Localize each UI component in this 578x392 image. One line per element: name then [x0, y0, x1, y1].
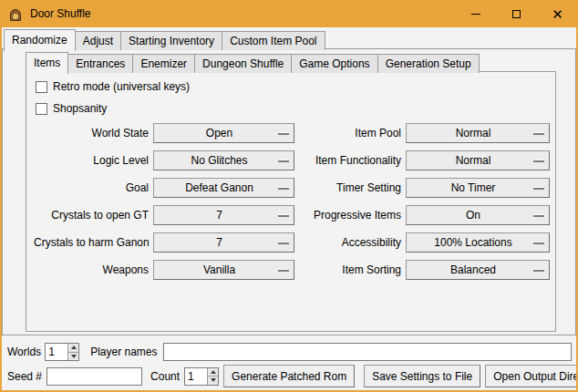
maximize-icon: [512, 10, 521, 18]
tab-starting-inventory[interactable]: Starting Inventory: [120, 31, 222, 50]
count-label: Count: [150, 370, 180, 383]
maximize-button[interactable]: [496, 0, 537, 27]
crystals-open-gt-value: 7: [216, 209, 232, 222]
timer-setting-dropdown[interactable]: No Timer: [406, 178, 550, 198]
spin-down-icon[interactable]: [208, 377, 218, 385]
seed-row: Seed # Count Generate Patched Rom Save S…: [7, 365, 573, 387]
tab-randomize[interactable]: Randomize: [4, 29, 76, 51]
worlds-spinbox[interactable]: [45, 343, 79, 361]
retro-mode-checkbox[interactable]: Retro mode (universal keys): [36, 79, 190, 94]
app-window: Door Shuffle ✕ Randomize Adjust Starting…: [0, 0, 578, 392]
world-state-value: Open: [206, 127, 242, 139]
item-sorting-label: Item Sorting: [299, 263, 401, 276]
app-icon[interactable]: [8, 6, 23, 21]
dropdown-indicator-icon: [278, 269, 289, 272]
progressive-items-label: Progressive Items: [299, 209, 401, 222]
dropdown-indicator-icon: [278, 132, 289, 135]
count-input[interactable]: [185, 368, 207, 385]
timer-setting-label: Timer Setting: [299, 181, 401, 194]
count-spinbox[interactable]: [184, 367, 219, 386]
tab-enemizer[interactable]: Enemizer: [132, 54, 195, 73]
spin-up-icon[interactable]: [208, 368, 218, 377]
inner-tab-bar: Items Entrances Enemizer Dungeon Shuffle…: [26, 52, 479, 73]
window-border: [0, 0, 2, 392]
dropdown-indicator-icon: [278, 242, 289, 244]
generate-patched-rom-button[interactable]: Generate Patched Rom: [223, 365, 355, 387]
weapons-value: Vanilla: [203, 263, 244, 276]
weapons-dropdown[interactable]: Vanilla: [153, 260, 294, 280]
tab-game-options[interactable]: Game Options: [291, 54, 377, 73]
dropdown-indicator-icon: [533, 242, 544, 244]
checkbox-icon[interactable]: [36, 103, 47, 115]
crystals-harm-ganon-value: 7: [216, 236, 232, 249]
dropdown-indicator-icon: [533, 160, 544, 162]
close-button[interactable]: ✕: [537, 0, 578, 27]
minimize-icon: [471, 14, 480, 15]
settings-grid: World State Open Item Pool Normal Logic …: [34, 123, 550, 280]
items-pane: Retro mode (universal keys) Shopsanity W…: [26, 71, 556, 332]
progressive-items-value: On: [466, 209, 490, 222]
save-settings-button[interactable]: Save Settings to File: [364, 365, 480, 387]
item-pool-dropdown[interactable]: Normal: [406, 123, 550, 143]
item-pool-value: Normal: [456, 127, 501, 139]
progressive-items-dropdown[interactable]: On: [406, 205, 550, 225]
item-pool-label: Item Pool: [299, 127, 401, 139]
dropdown-indicator-icon: [278, 214, 289, 217]
tab-dungeon-shuffle[interactable]: Dungeon Shuffle: [194, 54, 292, 73]
goal-label: Goal: [34, 181, 149, 194]
crystals-harm-ganon-label: Crystals to harm Ganon: [34, 236, 149, 249]
worlds-row: Worlds Player names: [7, 342, 572, 362]
spin-up-icon[interactable]: [68, 344, 78, 353]
accessibility-label: Accessibility: [299, 236, 401, 249]
item-sorting-value: Balanced: [450, 263, 505, 276]
accessibility-value: 100% Locations: [434, 236, 521, 249]
titlebar: Door Shuffle ✕: [0, 0, 578, 27]
world-state-dropdown[interactable]: Open: [153, 123, 294, 143]
dropdown-indicator-icon: [533, 187, 544, 190]
accessibility-dropdown[interactable]: 100% Locations: [406, 232, 550, 253]
dropdown-indicator-icon: [278, 160, 289, 162]
spin-down-icon[interactable]: [68, 353, 78, 361]
spinner-arrows: [207, 368, 218, 385]
crystals-harm-ganon-dropdown[interactable]: 7: [153, 232, 294, 253]
checkbox-icon[interactable]: [36, 81, 47, 93]
window-controls: ✕: [455, 0, 578, 27]
logic-level-label: Logic Level: [34, 154, 149, 167]
logic-level-dropdown[interactable]: No Glitches: [153, 150, 294, 170]
dropdown-indicator-icon: [533, 269, 544, 272]
item-sorting-dropdown[interactable]: Balanced: [406, 260, 550, 280]
tab-generation-setup[interactable]: Generation Setup: [377, 54, 480, 73]
player-names-label: Player names: [90, 346, 157, 358]
goal-dropdown[interactable]: Defeat Ganon: [153, 178, 294, 198]
retro-mode-label: Retro mode (universal keys): [53, 80, 190, 93]
shopsanity-label: Shopsanity: [53, 102, 107, 115]
tab-adjust[interactable]: Adjust: [75, 31, 121, 50]
tab-custom-item-pool[interactable]: Custom Item Pool: [222, 31, 325, 50]
seed-input[interactable]: [46, 367, 142, 386]
crystals-open-gt-dropdown[interactable]: 7: [153, 205, 294, 225]
shopsanity-checkbox[interactable]: Shopsanity: [36, 101, 107, 116]
weapons-label: Weapons: [34, 263, 149, 276]
dropdown-indicator-icon: [533, 214, 544, 217]
crystals-open-gt-label: Crystals to open GT: [34, 209, 149, 222]
player-names-input[interactable]: [163, 343, 573, 361]
world-state-label: World State: [34, 127, 149, 139]
item-functionality-dropdown[interactable]: Normal: [406, 150, 550, 170]
minimize-button[interactable]: [455, 0, 496, 27]
worlds-label: Worlds: [7, 346, 41, 358]
worlds-input[interactable]: [46, 344, 67, 360]
window-title: Door Shuffle: [30, 7, 91, 20]
seed-label: Seed #: [7, 370, 42, 383]
goal-value: Defeat Ganon: [185, 181, 263, 194]
outer-tab-bar: Randomize Adjust Starting Inventory Cust…: [4, 29, 325, 50]
open-output-directory-button[interactable]: Open Output Directory: [485, 365, 578, 387]
item-functionality-value: Normal: [456, 154, 501, 167]
timer-setting-value: No Timer: [451, 181, 505, 194]
item-functionality-label: Item Functionality: [299, 154, 401, 167]
door-icon: [10, 9, 21, 21]
spinner-arrows: [67, 344, 78, 360]
tab-items[interactable]: Items: [26, 52, 68, 74]
tab-entrances[interactable]: Entrances: [67, 54, 133, 73]
dropdown-indicator-icon: [278, 187, 289, 190]
close-icon: ✕: [552, 7, 563, 21]
